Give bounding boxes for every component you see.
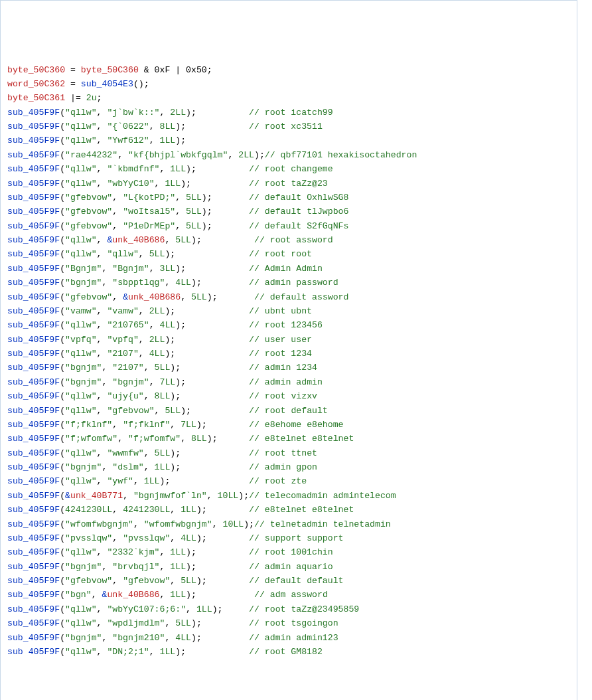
code-line: sub_405F9F(&unk_40B771, "bgnjmwfof`ln", …: [7, 489, 570, 503]
code-line: sub_405F9F("bgnjm", "2107", 5LL); // adm…: [7, 361, 570, 375]
code-line: sub_405F9F("vamw", "vamw", 2LL); // ubnt…: [7, 304, 570, 318]
code-line: sub_405F9F("qllw", "2107", 4LL); // root…: [7, 347, 570, 361]
code-line: sub_405F9F("qllw", "wbYyC10", 1LL); // r…: [7, 177, 570, 191]
code-line: sub_405F9F("bgnjm", "brvbqjl", 1LL); // …: [7, 560, 570, 574]
code-line: sub_405F9F("qllw", &unk_40B686, 5LL); //…: [7, 233, 570, 247]
code-line: sub_405F9F(4241230LL, 4241230LL, 1LL); /…: [7, 503, 570, 517]
code-line: sub_405F9F("qllw", "wpdljmdlm", 5LL); //…: [7, 616, 570, 630]
code-line: sub_405F9F("gfebvow", "P1eDrMEp", 5LL); …: [7, 219, 570, 233]
code-line: sub_405F9F("qllw", "j`bw`k::", 2LL); // …: [7, 106, 570, 120]
code-line: sub_405F9F("f;wfomfw", "f;wfomfw", 8LL);…: [7, 432, 570, 446]
code-line: sub_405F9F("gfebvow", &unk_40B686, 5LL);…: [7, 290, 570, 304]
code-line: sub_405F9F("qllw", "gfebvow", 5LL); // r…: [7, 404, 570, 418]
code-line: word_50C362 = sub_4054E3();: [7, 77, 570, 91]
code-line: sub_405F9F("qllw", "{`0622", 8LL); // ro…: [7, 120, 570, 133]
code-line: sub_405F9F("bgnjm", "dslm", 1LL); // adm…: [7, 460, 570, 474]
code-line: sub_405F9F("qllw", "ujy{u", 8LL); // roo…: [7, 389, 570, 403]
code-line: sub_405F9F("bgnjm", "bgnjm210", 4LL); //…: [7, 631, 570, 645]
code-line: sub_405F9F("bgnjm", "sbpptlqg", 4LL); //…: [7, 276, 570, 290]
code-line: sub_405F9F("qllw", "Ywf612", 1LL);: [7, 133, 570, 147]
code-line: sub_405F9F("qllw", "210765", 4LL); // ro…: [7, 318, 570, 332]
code-line: sub_405F9F("pvsslqw", "pvsslqw", 4LL); /…: [7, 531, 570, 545]
code-line: sub_405F9F("qllw", "`kbmdfnf", 1LL); // …: [7, 162, 570, 176]
code-line: sub_405F9F("wfomfwbgnjm", "wfomfwbgnjm",…: [7, 517, 570, 531]
code-line: sub_405F9F("qllw", "qllw", 5LL); // root…: [7, 247, 570, 261]
code-line: sub_405F9F("qllw", "wbYyC107:6;6:", 1LL)…: [7, 602, 570, 616]
code-line: sub_405F9F("bgn", &unk_40B686, 1LL); // …: [7, 588, 570, 602]
code-line: sub_405F9F("qllw", "wwmfw", 5LL); // roo…: [7, 446, 570, 460]
code-line: sub_405F9F("bgnjm", "bgnjm", 7LL); // ad…: [7, 375, 570, 389]
code-line: byte_50C361 |= 2u;: [7, 91, 570, 105]
code-line: sub_405F9F("qllw", "2332`kjm", 1LL); // …: [7, 545, 570, 559]
code-line: sub_405F9F("f;fklnf", "f;fklnf", 7LL); /…: [7, 418, 570, 432]
code-line: sub_405F9F("Bgnjm", "Bgnjm", 3LL); // Ad…: [7, 262, 570, 276]
code-line: sub_405F9F("gfebvow", "L{kotPD;", 5LL); …: [7, 191, 570, 205]
code-line: byte_50C360 = byte_50C360 & 0xF | 0x50;: [7, 63, 570, 77]
code-line: sub_405F9F("qllw", "ywf", 1LL); // root …: [7, 474, 570, 488]
code-line: sub_405F9F("gfebvow", "woItsal5", 5LL); …: [7, 205, 570, 219]
code-line: sub_405F9F("vpfq", "vpfq", 2LL); // user…: [7, 333, 570, 347]
code-line: sub_405F9F("gfebvow", "gfebvow", 5LL); /…: [7, 574, 570, 588]
code-line: sub 405F9F("qllw", "DN;2;1", 1LL); // ro…: [7, 645, 570, 659]
code-listing: byte_50C360 = byte_50C360 & 0xF | 0x50;w…: [7, 63, 570, 659]
code-line: sub_405F9F("rae44232", "kf{bhjpl`wbkfgql…: [7, 148, 570, 162]
